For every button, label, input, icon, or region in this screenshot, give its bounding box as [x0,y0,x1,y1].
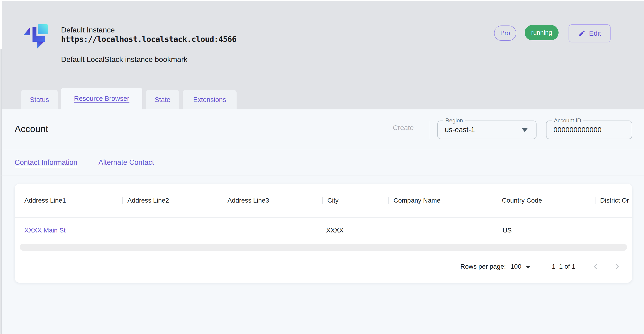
divider [0,175,644,175]
column-header-district: District Or [600,183,629,217]
window-scrollbar[interactable] [0,49,2,334]
cell-country-code: US [502,217,512,243]
caret-down-icon [526,266,531,269]
column-separator [223,197,223,204]
instance-title: Default Instance [61,25,115,34]
chevron-left-icon [592,263,599,270]
vertical-divider [430,121,430,139]
instance-subtitle: Default LocalStack instance bookmark [61,55,187,64]
horizontal-scrollbar-thumb[interactable] [20,244,627,251]
subtab-contact-information[interactable]: Contact Information [15,158,78,167]
column-separator [595,197,596,204]
app-window: Default Instance https://localhost.local… [0,0,644,334]
column-header-city: City [327,183,338,217]
rows-per-page-label: Rows per page: [460,260,506,273]
column-separator [388,197,389,204]
tab-state[interactable]: State [146,90,179,109]
region-select-value: us-east-1 [445,121,475,139]
subtab-alternate-contact[interactable]: Alternate Contact [98,158,154,167]
tab-resource-browser[interactable]: Resource Browser [61,88,142,109]
chevron-right-icon [613,263,620,270]
column-separator [497,197,497,204]
edit-button[interactable]: Edit [568,24,610,42]
localstack-logo-icon [23,24,48,49]
next-page-button[interactable] [610,260,623,273]
column-separator [122,197,123,204]
account-id-input[interactable] [553,123,626,137]
pagination-range: 1–1 of 1 [552,260,575,273]
rows-per-page-select[interactable]: 100 [510,260,531,273]
divider [0,149,644,149]
column-header-address-line2: Address Line2 [128,183,169,217]
edit-button-label: Edit [589,29,601,37]
column-header-address-line3: Address Line3 [228,183,269,217]
cell-address-line1-link[interactable]: XXXX Main St [24,217,66,243]
page-title: Account [15,124,48,134]
column-header-country-code: Country Code [502,183,542,217]
contact-information-table: Address Line1 Address Line2 Address Line… [15,183,632,283]
region-select[interactable]: Region us-east-1 [438,121,536,139]
status-badge: running [525,25,558,40]
column-header-address-line1: Address Line1 [24,183,66,217]
create-button[interactable]: Create [392,124,415,132]
tab-status[interactable]: Status [21,90,58,109]
tab-extensions[interactable]: Extensions [183,90,236,109]
pencil-icon [578,30,586,37]
column-separator [322,197,323,204]
table-header-divider [15,217,632,218]
previous-page-button[interactable] [589,260,602,273]
caret-down-icon [522,128,528,132]
instance-url: https://localhost.localstack.cloud:4566 [61,35,236,44]
account-id-field: Account ID [546,121,632,139]
plan-badge: Pro [494,25,516,41]
cell-city: XXXX [326,217,344,243]
column-header-company-name: Company Name [394,183,440,217]
